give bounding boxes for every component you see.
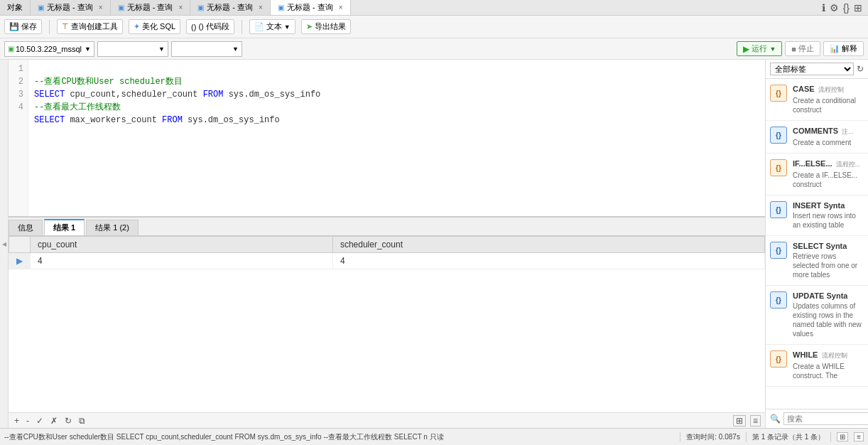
snippet-desc-case: Create a conditional construct [793, 96, 864, 114]
tab-label-2: 无标题 - 查询 [127, 2, 173, 13]
bottom-action-bar: + - ✓ ✗ ↻ ⧉ ⊞ ≡ [9, 412, 765, 428]
tab-bar: 对象 ▣ 无标题 - 查询 × ▣ 无标题 - 查询 × ▣ 无标题 - 查询 … [0, 0, 868, 16]
toolbar: 💾 保存 ⊤ 查询创建工具 ✦ 美化 SQL () () 代码段 📄 文本 ▼ … [0, 16, 868, 38]
table-selector[interactable]: ▼ [171, 41, 242, 57]
code-segment-button[interactable]: () () 代码段 [186, 19, 234, 34]
run-icon: ▶ [743, 44, 749, 54]
refresh-button[interactable]: ↻ [63, 416, 73, 426]
toolbar-sep-2 [242, 20, 242, 34]
col-indicator-header [9, 237, 31, 253]
tab-result-1[interactable]: 结果 1 [44, 219, 85, 235]
right-snippets-panel: 全部标签 全部标签 ↻ {} CASE 流程控制 Create a condit… [765, 60, 868, 428]
line-numbers: 1 2 3 4 [9, 60, 28, 216]
snippet-desc-comments: Create a comment [793, 138, 864, 147]
tab-close-4[interactable]: × [339, 4, 343, 11]
tab-icon-2: ▣ [118, 4, 124, 11]
info-icon[interactable]: ℹ [822, 2, 825, 14]
status-list-icon[interactable]: ≡ [854, 432, 864, 441]
snippet-case[interactable]: {} CASE 流程控制 Create a conditional constr… [766, 79, 868, 121]
database-selector[interactable]: ▼ [97, 41, 168, 57]
table-dropdown-arrow[interactable]: ▼ [232, 45, 239, 53]
code-icon: () [191, 23, 196, 31]
text-icon: 📄 [254, 22, 264, 31]
snippet-desc-update: Updates columns of existing rows in the … [793, 301, 864, 338]
text-button[interactable]: 📄 文本 ▼ [249, 19, 295, 34]
server-selector[interactable]: ▣ 10.50.3.229_mssql ▼ [4, 41, 94, 57]
line-number-4: 4 [13, 101, 23, 114]
snippet-title-update: UPDATE Synta [793, 291, 864, 300]
snippets-header: 全部标签 全部标签 ↻ [766, 60, 868, 79]
confirm-button[interactable]: ✓ [35, 416, 45, 426]
code-content[interactable]: --查看CPU数和User scheduler数目 SELECT cpu_cou… [28, 60, 765, 216]
snippet-comments[interactable]: {} COMMENTS 注... Create a comment [766, 121, 868, 154]
tab-icon-3: ▣ [197, 4, 204, 11]
snippet-update[interactable]: {} UPDATE Synta Updates columns of exist… [766, 286, 868, 345]
tab-label-1: 无标题 - 查询 [47, 2, 93, 13]
tab-close-2[interactable]: × [178, 4, 183, 11]
run-dropdown-arrow[interactable]: ▼ [769, 45, 776, 53]
snippet-info-case: CASE 流程控制 Create a conditional construct [793, 85, 864, 114]
refresh-snippets-icon[interactable]: ↻ [857, 64, 864, 74]
settings-icon[interactable]: ⚙ [830, 2, 839, 14]
snippet-search-area: 🔍 [766, 409, 868, 428]
sql-editor[interactable]: 1 2 3 4 --查看CPU数和User scheduler数目 SELECT… [9, 60, 765, 216]
snippet-while[interactable]: {} WHILE 流程控制 Create a WHILE construct. … [766, 345, 868, 387]
code-line-3-comment: --查看最大工作线程数 [34, 102, 121, 112]
tab-info[interactable]: 信息 [9, 220, 43, 235]
snippet-desc-while: Create a WHILE construct. The [793, 362, 864, 380]
snippet-ifelse[interactable]: {} IF...ELSE... 流程控... Create a IF...ELS… [766, 154, 868, 195]
tab-query-3[interactable]: ▣ 无标题 - 查询 × [190, 0, 271, 15]
tab-query-1[interactable]: ▣ 无标题 - 查询 × [31, 0, 111, 15]
snippet-title-insert: INSERT Synta [793, 201, 864, 210]
status-bar: --查看CPU数和User scheduler数目 SELECT cpu_cou… [0, 428, 868, 445]
snippet-info-select: SELECT Synta Retrieve rows selected from… [793, 242, 864, 279]
snippet-select[interactable]: {} SELECT Synta Retrieve rows selected f… [766, 236, 868, 286]
braces-icon[interactable]: {} [843, 2, 850, 14]
query-build-icon: ⊤ [62, 22, 69, 31]
row-arrow-1: ▶ [9, 253, 31, 269]
snippet-title-select: SELECT Synta [793, 242, 864, 250]
explain-button[interactable]: 📊 解释 [823, 41, 864, 56]
beautify-button[interactable]: ✦ 美化 SQL [129, 19, 180, 34]
status-sep-3 [830, 432, 831, 442]
cell-scheduler-count-1: 4 [332, 253, 764, 269]
tab-query-4[interactable]: ▣ 无标题 - 查询 × [271, 0, 351, 15]
text-dropdown-icon[interactable]: ▼ [284, 23, 291, 31]
query-build-button[interactable]: ⊤ 查询创建工具 [57, 19, 123, 34]
status-grid-icon[interactable]: ⊞ [837, 432, 848, 441]
cancel-edit-button[interactable]: ✗ [49, 416, 59, 426]
search-icon: 🔍 [770, 414, 781, 424]
grid-view-icon[interactable]: ⊞ [733, 415, 746, 427]
db-dropdown-arrow[interactable]: ▼ [158, 45, 165, 53]
tab-close-1[interactable]: × [99, 4, 103, 11]
line-number-2: 2 [13, 75, 23, 88]
status-sep-2 [746, 432, 747, 442]
stop-button[interactable]: ■ 停止 [785, 41, 820, 56]
snippet-insert[interactable]: {} INSERT Synta Insert new rows into an … [766, 195, 868, 236]
tab-query-2[interactable]: ▣ 无标题 - 查询 × [111, 0, 191, 15]
duplicate-button[interactable]: ⧉ [77, 416, 87, 426]
snippet-search-input[interactable] [783, 412, 868, 425]
code-line-2: SELECT cpu_count,scheduler_count FROM sy… [34, 90, 320, 100]
run-button[interactable]: ▶ 运行 ▼ [737, 41, 782, 56]
status-query-time: 查询时间: 0.087s [686, 432, 740, 442]
results-panel: 信息 结果 1 结果 1 (2) cpu_count [9, 216, 765, 412]
grid-icon[interactable]: ⊞ [854, 2, 862, 14]
delete-row-button[interactable]: - [25, 416, 31, 426]
left-scroll-indicator[interactable]: ◀ [0, 60, 9, 428]
save-button[interactable]: 💾 保存 [4, 19, 42, 34]
results-table: cpu_count scheduler_count ▶ 4 4 [9, 236, 765, 269]
add-row-button[interactable]: + [13, 416, 21, 426]
snippet-title-comments: COMMENTS 注... [793, 127, 864, 136]
server-dropdown-arrow[interactable]: ▼ [85, 45, 91, 53]
tab-result-1-2[interactable]: 结果 1 (2) [86, 220, 139, 235]
snippet-icon-case: {} [770, 85, 787, 102]
code-line-1-comment: --查看CPU数和User scheduler数目 [34, 77, 183, 87]
tab-close-3[interactable]: × [259, 4, 263, 11]
tab-object[interactable]: 对象 [0, 0, 31, 15]
snippet-desc-ifelse: Create a IF...ELSE... construct [793, 171, 864, 189]
export-button[interactable]: ➤ 导出结果 [301, 19, 351, 34]
server-icon: ▣ [8, 45, 14, 53]
snippet-filter-select[interactable]: 全部标签 [770, 63, 854, 75]
list-view-icon[interactable]: ≡ [750, 415, 761, 427]
